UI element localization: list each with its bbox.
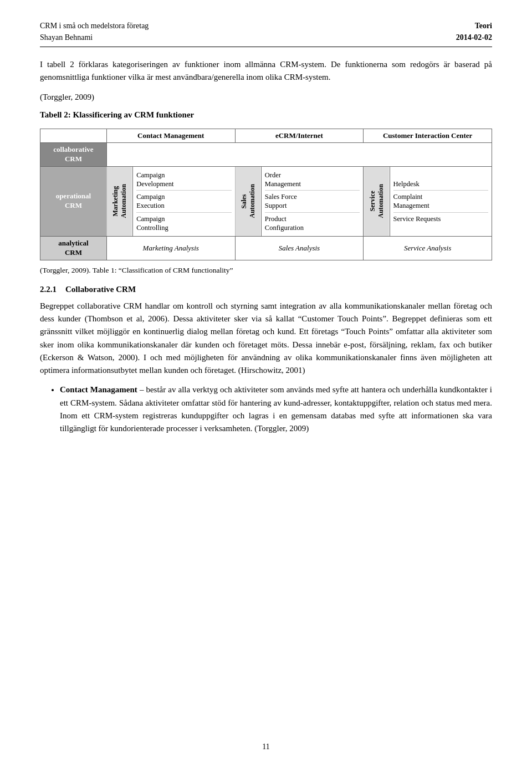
analytical-label: analyticalCRM [40, 237, 107, 260]
product-configuration: ProductConfiguration [265, 213, 360, 234]
header-left: CRM i små och medelstora företag Shayan … [40, 20, 149, 43]
service-automation-label: ServiceAutomation [364, 166, 390, 237]
collaborative-content [106, 142, 492, 166]
section-title: Collaborative CRM [65, 285, 136, 294]
service-requests: Service Requests [393, 213, 488, 225]
bullet-list: Contact Managament – består av alla verk… [40, 383, 492, 435]
intro-paragraph-1: I tabell 2 förklaras kategoriseringen av… [40, 58, 492, 84]
header-date: 2014-02-02 [456, 32, 492, 43]
header-divider [40, 47, 492, 47]
section-number: 2.2.1 [40, 285, 57, 294]
table-header-row: Contact Management eCRM/Internet Custome… [40, 129, 492, 142]
bullet-item-contact-management: Contact Managament – består av alla verk… [60, 383, 492, 435]
marketing-automation-label: MarketingAutomation [106, 166, 132, 237]
crm-classification-table: Contact Management eCRM/Internet Custome… [40, 129, 492, 260]
header-right: Teori 2014-02-02 [456, 20, 492, 43]
crm-table-section: Contact Management eCRM/Internet Custome… [40, 129, 492, 260]
service-automation-items: Helpdesk ComplaintManagement Service Req… [390, 166, 492, 237]
section-heading: 2.2.1 Collaborative CRM [40, 285, 492, 294]
page-header: CRM i små och medelstora företag Shayan … [40, 20, 492, 43]
order-management: OrderManagement [265, 169, 360, 191]
service-analysis: Service Analysis [364, 237, 492, 260]
marketing-automation-items: CampaignDevelopment CampaignExecution Ca… [133, 166, 235, 237]
section-paragraph-1: Begreppet collaborative CRM handlar om k… [40, 300, 492, 377]
operational-label: operationalCRM [40, 166, 107, 237]
page-number: 11 [262, 743, 269, 751]
campaign-execution: CampaignExecution [136, 191, 231, 213]
intro-paragraph-2: (Torggler, 2009) [40, 91, 492, 104]
header-ecrm: eCRM/Internet [235, 129, 364, 142]
sales-force-support: Sales ForceSupport [265, 191, 360, 213]
header-title: CRM i små och medelstora företag [40, 20, 149, 32]
header-contact-management: Contact Management [106, 129, 235, 142]
table-row-collaborative: collaborativeCRM [40, 142, 492, 166]
complaint-management: ComplaintManagement [393, 191, 488, 213]
table-caption: (Torggler, 2009). Table 1: “Classificati… [40, 266, 492, 275]
table-row-operational: operationalCRM MarketingAutomation Campa… [40, 166, 492, 237]
sales-automation-label: SalesAutomation [235, 166, 261, 237]
header-empty [40, 129, 107, 142]
sales-automation-items: OrderManagement Sales ForceSupport Produ… [261, 166, 363, 237]
bullet-bold-part: Contact Managament [60, 385, 137, 394]
table-label: Tabell 2: Klassificering av CRM funktion… [40, 110, 492, 120]
header-author: Shayan Behnami [40, 32, 149, 43]
marketing-analysis: Marketing Analysis [106, 237, 235, 260]
collaborative-label: collaborativeCRM [40, 142, 107, 166]
page: CRM i små och medelstora företag Shayan … [0, 0, 532, 768]
header-customer-interaction: Customer Interaction Center [364, 129, 492, 142]
sales-analysis: Sales Analysis [235, 237, 364, 260]
campaign-development: CampaignDevelopment [136, 169, 231, 191]
table-row-analytical: analyticalCRM Marketing Analysis Sales A… [40, 237, 492, 260]
header-section: Teori [456, 20, 492, 32]
campaign-controlling: CampaignControlling [136, 213, 231, 234]
helpdesk: Helpdesk [393, 178, 488, 191]
